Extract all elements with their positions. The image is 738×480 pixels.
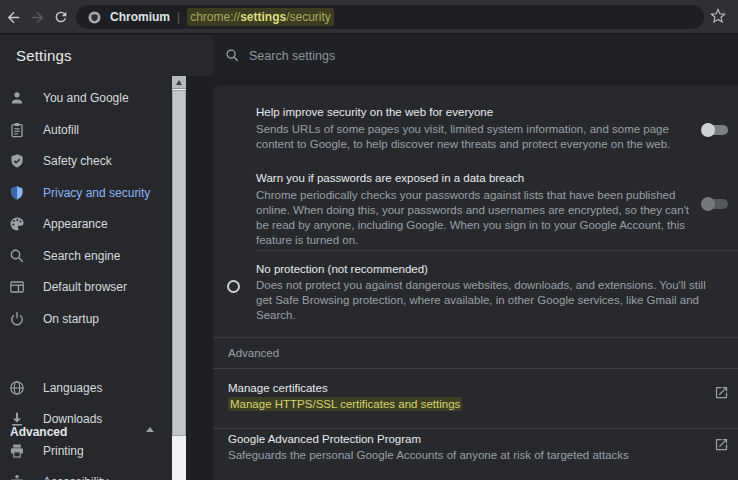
sidebar-item-label: On startup — [43, 312, 99, 326]
chromium-page-icon — [87, 10, 102, 25]
sidebar-item-you-and-google[interactable]: You and Google — [0, 82, 172, 113]
improve-security-title: Help improve security on the web for eve… — [256, 106, 493, 118]
forward-button[interactable] — [28, 8, 46, 26]
scrollbar-thumb[interactable] — [172, 90, 186, 436]
sidebar-item-downloads[interactable]: Downloads — [0, 403, 172, 434]
address-bar[interactable]: Chromium | chrome://settings/security — [76, 5, 704, 29]
password-breach-description: Chrome periodically checks your password… — [256, 188, 696, 248]
advanced-protection-subtitle: Safeguards the personal Google Accounts … — [228, 448, 688, 463]
improve-security-toggle[interactable] — [701, 123, 729, 137]
manage-certificates-title: Manage certificates — [228, 382, 328, 394]
url-text: chrome://settings/security — [187, 8, 334, 26]
toggle-knob — [701, 197, 715, 211]
safety-check-icon — [9, 153, 25, 169]
person-icon — [9, 90, 25, 106]
reload-icon — [53, 9, 69, 25]
on-startup-icon — [9, 311, 25, 327]
reload-button[interactable] — [52, 8, 70, 26]
omnibox-separator: | — [177, 10, 180, 24]
sidebar-item-label: Accessibility — [43, 475, 108, 480]
security-settings-card: Help improve security on the web for eve… — [213, 85, 738, 480]
back-button[interactable] — [4, 8, 22, 26]
search-engine-icon — [9, 248, 25, 264]
sidebar-item-label: Default browser — [43, 280, 127, 294]
password-breach-toggle[interactable] — [701, 197, 729, 211]
autofill-icon — [9, 122, 25, 138]
languages-icon — [9, 380, 25, 396]
page-title: Settings — [16, 47, 72, 64]
no-protection-description: Does not protect you against dangerous w… — [256, 278, 718, 323]
divider — [255, 250, 738, 251]
sidebar-item-label: Autofill — [43, 123, 79, 137]
settings-header: Settings — [0, 35, 213, 76]
scrollbar-up-arrow[interactable] — [172, 76, 186, 89]
search-icon — [225, 48, 240, 63]
sidebar-item-label: Languages — [43, 381, 102, 395]
sidebar-item-on-startup[interactable]: On startup — [0, 303, 172, 334]
privacy-security-icon — [9, 185, 25, 201]
back-arrow-icon — [5, 9, 22, 26]
external-link-icon — [714, 437, 729, 452]
sidebar-item-label: Downloads — [43, 412, 102, 426]
no-protection-radio[interactable] — [227, 280, 240, 293]
sidebar-item-printing[interactable]: Printing — [0, 435, 172, 466]
sidebar-item-label: Search engine — [43, 249, 120, 263]
sidebar-item-privacy-and-security[interactable]: Privacy and security — [0, 177, 172, 208]
sidebar-item-languages[interactable]: Languages — [0, 372, 172, 403]
sidebar-item-search-engine[interactable]: Search engine — [0, 240, 172, 271]
no-protection-title: No protection (not recommended) — [256, 263, 428, 275]
settings-search-input[interactable]: Search settings — [249, 49, 335, 63]
manage-certificates-row[interactable]: Manage certificates Manage HTTPS/SSL cer… — [213, 368, 738, 428]
sidebar-item-appearance[interactable]: Appearance — [0, 208, 172, 239]
sidebar-item-label: Privacy and security — [43, 186, 150, 200]
browser-toolbar: Chromium | chrome://settings/security — [0, 0, 738, 34]
settings-search-toolbar: Search settings — [213, 35, 738, 76]
toggle-knob — [701, 123, 715, 137]
sidebar-item-safety-check[interactable]: Safety check — [0, 145, 172, 176]
external-link-icon — [714, 385, 729, 400]
settings-sidebar: You and Google Autofill Safety check Pri… — [0, 76, 172, 480]
downloads-icon — [9, 411, 25, 427]
password-breach-title: Warn you if passwords are exposed in a d… — [256, 172, 524, 184]
url-path: /security — [286, 10, 331, 24]
forward-arrow-icon — [29, 9, 46, 26]
star-icon — [710, 8, 726, 24]
sidebar-item-autofill[interactable]: Autofill — [0, 114, 172, 145]
url-scheme: chrome:// — [190, 10, 240, 24]
sidebar-item-accessibility[interactable]: Accessibility — [0, 466, 172, 480]
advanced-protection-row[interactable]: Google Advanced Protection Program Safeg… — [213, 428, 738, 480]
product-label: Chromium — [110, 10, 170, 24]
sidebar-item-label: Appearance — [43, 217, 108, 231]
improve-security-description: Sends URLs of some pages you visit, limi… — [256, 122, 696, 152]
browser-window: Chromium | chrome://settings/security Se… — [0, 0, 738, 480]
bookmark-star-button[interactable] — [706, 4, 730, 28]
search-highlight: Manage HTTPS/SSL certificates and settin… — [228, 397, 462, 411]
sidebar-scrollbar[interactable] — [172, 76, 186, 480]
sidebar-item-default-browser[interactable]: Default browser — [0, 271, 172, 302]
default-browser-icon — [9, 279, 25, 295]
sidebar-item-label: Safety check — [43, 154, 112, 168]
manage-certificates-subtitle: Manage HTTPS/SSL certificates and settin… — [228, 397, 688, 412]
accessibility-icon — [9, 474, 25, 480]
advanced-section-header: Advanced — [228, 347, 279, 359]
divider — [213, 337, 738, 338]
sidebar-item-label: Printing — [43, 444, 84, 458]
appearance-icon — [9, 216, 25, 232]
advanced-protection-title: Google Advanced Protection Program — [228, 433, 421, 445]
url-host: settings — [240, 10, 286, 24]
printing-icon — [9, 443, 25, 459]
sidebar-item-label: You and Google — [43, 91, 129, 105]
